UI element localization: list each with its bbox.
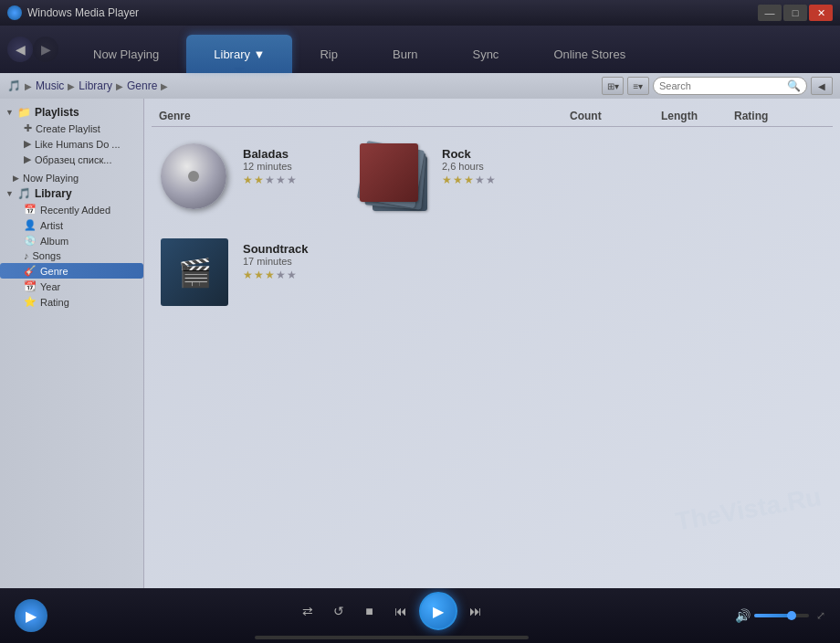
corner-resize-button[interactable]: ⤢ [816, 609, 825, 622]
playlists-label: Playlists [35, 106, 79, 119]
baladas-art [161, 143, 226, 209]
close-button[interactable]: ✕ [809, 5, 833, 21]
breadcrumb-actions: ⊞▾ ≡▾ 🔍 ◀ [602, 77, 833, 95]
search-input[interactable] [659, 80, 787, 91]
sidebar-item-recently-added[interactable]: 📅 Recently Added [0, 202, 143, 217]
soundtrack-thumb: 🎬 [161, 238, 234, 311]
main-area: ▼ 📁 Playlists ✚ Create Playlist ▶ Like H… [0, 99, 840, 588]
stop-button[interactable]: ■ [357, 598, 383, 624]
tab-online-stores[interactable]: Online Stores [526, 35, 653, 73]
genre-item-soundtrack[interactable]: 🎬 Soundtrack 17 minutes ★ ★ ★ ★ ★ [155, 233, 347, 317]
nav-bar: ◀ ▶ Now Playing Library ▼ Rip Burn Sync … [0, 26, 840, 73]
sidebar-item-playlist1[interactable]: ▶ Like Humans Do ... [0, 136, 143, 152]
breadcrumb-music[interactable]: Music [36, 79, 64, 92]
breadcrumb-bar: 🎵 ▶ Music ▶ Library ▶ Genre ▶ ⊞▾ ≡▾ 🔍 ◀ [0, 73, 840, 99]
album-icon: 💿 [24, 235, 37, 247]
watermark: TheVista.Ru [673, 482, 823, 537]
volume-area: 🔊 [735, 608, 809, 623]
search-box: 🔍 [653, 77, 807, 95]
maximize-button[interactable]: □ [783, 5, 807, 21]
repeat-button[interactable]: ↺ [326, 598, 352, 624]
sidebar-item-year[interactable]: 📆 Year [0, 279, 143, 294]
bottom-center: ⇄ ↺ ■ ⏮ ▶ ⏭ [255, 592, 529, 639]
genre-icon: 🎸 [24, 265, 37, 277]
genre-item-baladas[interactable]: Baladas 12 minutes ★ ★ ★ ★ ★ [155, 138, 347, 222]
tab-library[interactable]: Library ▼ [186, 35, 292, 73]
tab-burn[interactable]: Burn [365, 35, 445, 73]
content-area: Genre Count Length Rating Baladas 12 min… [144, 99, 840, 588]
col-length: Length [661, 110, 734, 122]
genre-grid: Baladas 12 minutes ★ ★ ★ ★ ★ [152, 134, 833, 226]
nav-arrows: ◀ ▶ [0, 37, 66, 62]
breadcrumb-music-icon[interactable]: 🎵 [7, 79, 21, 92]
next-button[interactable]: ⏭ [463, 598, 488, 624]
app-icon [7, 5, 22, 20]
playlist-icon: ▶ [24, 138, 31, 150]
transport-controls: ⇄ ↺ ■ ⏮ ▶ ⏭ [295, 592, 488, 630]
sidebar-section-library: ▼ 🎵 Library 📅 Recently Added 👤 Artist 💿 … [0, 185, 143, 310]
view-options-button[interactable]: ⊞▾ [602, 77, 624, 95]
breadcrumb-library[interactable]: Library [79, 79, 112, 92]
genre-item-rock[interactable]: Rock 2,6 hours ★ ★ ★ ★ ★ [354, 138, 546, 222]
baladas-name: Baladas [243, 147, 297, 161]
sidebar-item-playlist2[interactable]: ▶ Образец списк... [0, 152, 143, 167]
col-genre: Genre [159, 110, 570, 122]
rock-thumb [360, 143, 433, 216]
progress-track[interactable] [255, 636, 529, 639]
shuffle-button[interactable]: ⇄ [295, 598, 320, 624]
sidebar-playlists-header[interactable]: ▼ 📁 Playlists [0, 104, 143, 121]
playlist2-icon: ▶ [24, 153, 31, 165]
wmp-logo: ▶ [15, 599, 47, 632]
play-button[interactable]: ▶ [419, 592, 457, 630]
year-icon: 📆 [24, 280, 37, 292]
volume-track[interactable] [754, 614, 809, 617]
sidebar-library-header[interactable]: ▼ 🎵 Library [0, 185, 143, 202]
title-bar-left: Windows Media Player [7, 5, 139, 20]
app-title: Windows Media Player [27, 6, 139, 19]
tab-now-playing[interactable]: Now Playing [66, 35, 186, 73]
tab-sync[interactable]: Sync [445, 35, 526, 73]
prev-button[interactable]: ⏮ [388, 598, 414, 624]
breadcrumb-genre[interactable]: Genre [127, 79, 157, 92]
sort-options-button[interactable]: ≡▾ [627, 77, 649, 95]
sidebar-item-artist[interactable]: 👤 Artist [0, 217, 143, 233]
sidebar-item-now-playing[interactable]: ▶ Now Playing [0, 171, 143, 185]
bottom-bar: ▶ ⇄ ↺ ■ ⏮ ▶ ⏭ 🔊 ⤢ [0, 588, 840, 643]
rock-art [360, 143, 433, 216]
library-arrow-icon: ▼ [5, 189, 14, 198]
sidebar-section-playlists: ▼ 📁 Playlists ✚ Create Playlist ▶ Like H… [0, 104, 143, 167]
sidebar-item-songs[interactable]: ♪ Songs [0, 248, 143, 263]
volume-fill [754, 614, 791, 617]
soundtrack-duration: 17 minutes [243, 256, 309, 267]
breadcrumb: 🎵 ▶ Music ▶ Library ▶ Genre ▶ [7, 79, 168, 92]
sidebar-item-rating[interactable]: ⭐ Rating [0, 294, 143, 310]
minimize-button[interactable]: — [758, 5, 782, 21]
col-count: Count [570, 110, 661, 122]
window-controls: — □ ✕ [758, 5, 833, 21]
content-header: Genre Count Length Rating [152, 106, 833, 127]
rock-stars: ★ ★ ★ ★ ★ [442, 174, 496, 186]
sidebar: ▼ 📁 Playlists ✚ Create Playlist ▶ Like H… [0, 99, 144, 588]
tab-rip[interactable]: Rip [292, 35, 365, 73]
col-rating: Rating [734, 110, 825, 122]
bottom-left: ▶ [15, 599, 47, 632]
sidebar-item-create-playlist[interactable]: ✚ Create Playlist [0, 121, 143, 136]
playlists-arrow-icon: ▼ [5, 108, 14, 117]
sidebar-item-album[interactable]: 💿 Album [0, 233, 143, 248]
playlists-folder-icon: 📁 [17, 106, 31, 119]
soundtrack-art: 🎬 [161, 238, 228, 306]
baladas-thumb [161, 143, 234, 216]
soundtrack-stars: ★ ★ ★ ★ ★ [243, 269, 309, 281]
forward-button[interactable]: ▶ [33, 37, 58, 62]
now-playing-arrow-icon: ▶ [13, 174, 19, 183]
genre-grid-2: 🎬 Soundtrack 17 minutes ★ ★ ★ ★ ★ [152, 229, 833, 321]
back-nav-button[interactable]: ◀ [811, 77, 833, 95]
search-button[interactable]: 🔍 [787, 79, 801, 92]
progress-area [255, 636, 529, 639]
back-button[interactable]: ◀ [7, 37, 33, 62]
bottom-right: 🔊 ⤢ [735, 608, 825, 623]
recently-added-icon: 📅 [24, 204, 37, 216]
soundtrack-name: Soundtrack [243, 242, 309, 256]
create-playlist-icon: ✚ [24, 122, 32, 134]
sidebar-item-genre[interactable]: 🎸 Genre [0, 263, 143, 279]
